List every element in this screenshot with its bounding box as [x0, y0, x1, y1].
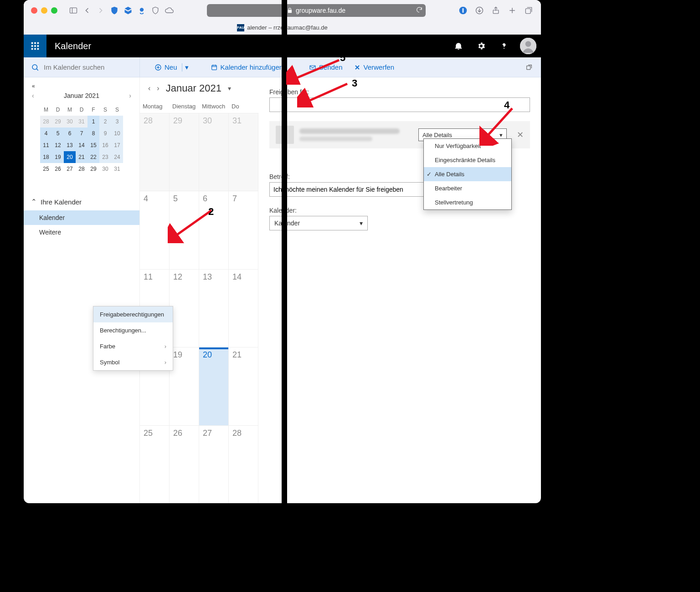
- mini-day-cell[interactable]: 29: [52, 116, 64, 128]
- sidebar-section-your-calendars[interactable]: ⌃ Ihre Kalender: [24, 193, 139, 210]
- mini-day-cell[interactable]: 23: [99, 151, 111, 163]
- day-cell[interactable]: 12: [170, 270, 199, 347]
- mini-day-cell[interactable]: 9: [99, 128, 111, 139]
- ctx-permissions[interactable]: Berechtigungen...: [93, 322, 173, 338]
- privacy-shield-icon[interactable]: [150, 5, 160, 15]
- url-bar[interactable]: groupware.fau.de: [207, 4, 426, 17]
- day-cell[interactable]: 26: [170, 426, 199, 503]
- day-cell[interactable]: 31: [229, 113, 258, 191]
- remove-recipient-icon[interactable]: ✕: [517, 130, 524, 140]
- share-with-input[interactable]: [269, 97, 530, 112]
- add-calendar-button[interactable]: Kalender hinzufüger: [205, 57, 287, 77]
- permission-option[interactable]: Eingeschränkte Details: [424, 153, 511, 167]
- month-title[interactable]: Januar 2021: [166, 82, 221, 94]
- ext-1password-icon[interactable]: [458, 5, 468, 15]
- new-tab-icon[interactable]: [507, 5, 517, 15]
- search-input[interactable]: [44, 63, 117, 71]
- zoom-dot[interactable]: [51, 7, 57, 14]
- downloads-icon[interactable]: [474, 5, 484, 15]
- subject-input[interactable]: [269, 182, 429, 197]
- ext-bug-icon[interactable]: [137, 5, 147, 15]
- mini-day-cell[interactable]: 12: [52, 139, 64, 151]
- close-dot[interactable]: [31, 7, 37, 14]
- mini-day-cell[interactable]: 29: [88, 163, 99, 175]
- mini-day-cell[interactable]: 27: [64, 163, 76, 175]
- mini-day-cell[interactable]: 31: [76, 116, 88, 128]
- day-cell[interactable]: 30: [199, 113, 229, 191]
- cloud-icon[interactable]: [164, 5, 174, 15]
- mini-day-cell[interactable]: 13: [64, 139, 76, 151]
- minimize-dot[interactable]: [41, 7, 47, 14]
- day-cell[interactable]: 25: [140, 426, 170, 503]
- day-cell[interactable]: 6: [199, 191, 229, 269]
- mini-calendar[interactable]: MDMDFSS282930311234567891011121314151617…: [24, 104, 139, 175]
- sidebar-item-kalender[interactable]: Kalender: [24, 210, 139, 225]
- chevron-down-icon[interactable]: ▾: [228, 85, 231, 92]
- app-launcher-icon[interactable]: [24, 35, 46, 57]
- mini-day-cell[interactable]: 21: [76, 151, 88, 163]
- nav-forward-icon[interactable]: [96, 5, 106, 15]
- calendar-search[interactable]: [24, 57, 140, 77]
- mini-day-cell[interactable]: 8: [88, 128, 99, 139]
- notifications-icon[interactable]: [447, 35, 470, 57]
- mini-day-cell[interactable]: 28: [40, 116, 52, 128]
- month-grid[interactable]: MontagDienstagMittwochDo2829303145671112…: [140, 99, 258, 503]
- mini-day-cell[interactable]: 11: [40, 139, 52, 151]
- permission-option[interactable]: Nur Verfügbarkeit: [424, 139, 511, 153]
- mini-day-cell[interactable]: 6: [64, 128, 76, 139]
- ctx-symbol[interactable]: Symbol›: [93, 354, 173, 370]
- mini-day-cell[interactable]: 20: [64, 151, 76, 163]
- new-button[interactable]: Neu ▾: [149, 57, 194, 77]
- share-icon[interactable]: [491, 5, 501, 15]
- mini-day-cell[interactable]: 31: [111, 163, 123, 175]
- mini-day-cell[interactable]: 28: [76, 163, 88, 175]
- sidebar-item-weitere[interactable]: Weitere: [24, 225, 139, 240]
- day-cell[interactable]: 13: [199, 270, 229, 347]
- permission-option[interactable]: Stellvertretung: [424, 195, 511, 209]
- mini-day-cell[interactable]: 19: [52, 151, 64, 163]
- day-cell[interactable]: 20: [199, 347, 229, 425]
- mini-next-month-icon[interactable]: ›: [129, 92, 131, 99]
- new-split-chevron[interactable]: ▾: [182, 63, 189, 71]
- tab-title[interactable]: alender – rrze-faumac@fau.de: [247, 24, 328, 31]
- mini-day-cell[interactable]: 18: [40, 151, 52, 163]
- mini-day-cell[interactable]: 4: [40, 128, 52, 139]
- ctx-color[interactable]: Farbe›: [93, 338, 173, 354]
- user-avatar[interactable]: [520, 38, 536, 54]
- mini-day-cell[interactable]: 14: [76, 139, 88, 151]
- month-prev-icon[interactable]: ‹: [148, 84, 150, 92]
- day-cell[interactable]: 4: [140, 191, 170, 269]
- day-cell[interactable]: 5: [170, 191, 199, 269]
- popout-icon[interactable]: [525, 64, 533, 71]
- discard-button[interactable]: Verwerfen: [348, 57, 400, 77]
- mini-day-cell[interactable]: 30: [64, 116, 76, 128]
- nav-back-icon[interactable]: [82, 5, 92, 15]
- day-cell[interactable]: 21: [229, 347, 258, 425]
- day-cell[interactable]: 19: [170, 347, 199, 425]
- day-cell[interactable]: 14: [229, 270, 258, 347]
- mini-day-cell[interactable]: 5: [52, 128, 64, 139]
- mini-double-back-icon[interactable]: «: [32, 83, 35, 89]
- settings-icon[interactable]: [470, 35, 493, 57]
- day-cell[interactable]: 29: [170, 113, 199, 191]
- reload-icon[interactable]: [416, 6, 423, 15]
- ext-cube-icon[interactable]: [123, 5, 133, 15]
- sidebar-toggle-icon[interactable]: [68, 5, 78, 15]
- mini-prev-month-icon[interactable]: ‹: [32, 92, 34, 99]
- ext-shield-icon[interactable]: [109, 5, 119, 15]
- help-icon[interactable]: [493, 35, 515, 57]
- mini-day-cell[interactable]: 26: [52, 163, 64, 175]
- mini-day-cell[interactable]: 15: [88, 139, 99, 151]
- mini-day-cell[interactable]: 24: [111, 151, 123, 163]
- mini-day-cell[interactable]: 25: [40, 163, 52, 175]
- mini-day-cell[interactable]: 30: [99, 163, 111, 175]
- mini-day-cell[interactable]: 1: [88, 116, 99, 128]
- month-next-icon[interactable]: ›: [157, 84, 159, 92]
- permission-option[interactable]: Alle Details: [424, 167, 511, 181]
- tabs-overview-icon[interactable]: [524, 5, 534, 15]
- mini-day-cell[interactable]: 22: [88, 151, 99, 163]
- day-cell[interactable]: 28: [140, 113, 170, 191]
- mini-day-cell[interactable]: 3: [111, 116, 123, 128]
- day-cell[interactable]: 28: [229, 426, 258, 503]
- day-cell[interactable]: 7: [229, 191, 258, 269]
